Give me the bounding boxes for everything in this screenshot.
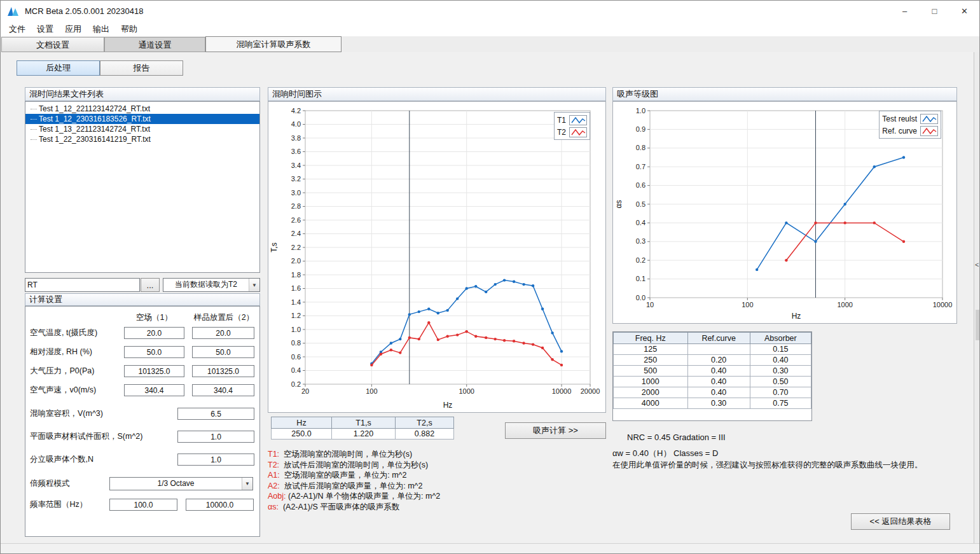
series-swatch-icon (920, 114, 938, 124)
abs-table-row[interactable]: 20000.400.70 (614, 387, 811, 398)
pressure-field-2[interactable] (192, 365, 254, 377)
svg-text:0.7: 0.7 (636, 163, 645, 170)
freq-min-input[interactable] (109, 499, 177, 511)
tree-connector-icon (31, 109, 37, 109)
return-results-button[interactable]: << 返回结果表格 (851, 513, 950, 530)
col-header-empty-room: 空场（1） (121, 312, 188, 323)
maximize-button[interactable]: □ (920, 1, 949, 22)
close-button[interactable]: ✕ (949, 1, 979, 22)
svg-text:0.3: 0.3 (636, 237, 645, 245)
svg-text:2.8: 2.8 (291, 202, 301, 210)
octave-mode-combo[interactable]: 1/3 Octave ▼ (109, 477, 253, 490)
file-list-item[interactable]: Test 1_13_221123142724_RT.txt (25, 124, 259, 134)
freq-cell: 1000 (614, 377, 688, 387)
absorber-count-label: 分立吸声体个数,N (30, 453, 93, 466)
subtab-postprocess[interactable]: 后处理 (17, 60, 100, 76)
tab-channel-settings[interactable]: 通道设置 (104, 37, 205, 52)
abs-table-row[interactable]: 5000.400.30 (614, 366, 811, 377)
svg-text:αs: αs (614, 200, 623, 209)
refcurve-cell: 0.40 (687, 387, 750, 398)
right-splitter-strip[interactable]: < (974, 52, 980, 543)
abs-table-row[interactable]: 40000.300.75 (614, 398, 811, 409)
svg-text:2.4: 2.4 (291, 230, 301, 237)
subtab-report[interactable]: 报告 (100, 60, 183, 76)
svg-text:1.2: 1.2 (291, 312, 301, 319)
freq-cell: 125 (614, 344, 688, 355)
humidity-field-1[interactable] (124, 346, 184, 358)
rt-table-header: T2,s (396, 417, 454, 429)
abs-table-row[interactable]: 2500.200.40 (614, 355, 811, 366)
svg-text:10: 10 (646, 301, 654, 308)
app-logo-icon (7, 5, 20, 18)
browse-button[interactable]: ... (141, 278, 160, 292)
octave-mode-label: 倍频程模式 (30, 477, 70, 490)
menu-help[interactable]: 帮助 (115, 22, 143, 36)
file-list-header: 混时间结果文件列表 (25, 87, 260, 101)
scrollbar-thumb[interactable] (976, 310, 979, 340)
alphaw-text: αw = 0.40（H） Classes = D (612, 448, 718, 459)
abs-table-row[interactable]: 10000.400.50 (614, 377, 811, 387)
absorber-cell: 0.70 (750, 387, 811, 398)
data-read-combo[interactable]: 当前数据读取为T2 ▼ (163, 278, 260, 292)
file-name: Test 1_12_221123142724_RT.txt (39, 104, 150, 114)
sample-area-input[interactable] (177, 431, 254, 443)
rt-t2-cell: 0.882 (396, 429, 454, 440)
air-temp-field-1[interactable] (124, 327, 184, 339)
minimize-button[interactable]: – (890, 1, 920, 22)
air-temp-field-2[interactable] (192, 327, 254, 339)
svg-text:1.6: 1.6 (291, 284, 301, 292)
rt-name-input[interactable] (25, 278, 140, 292)
menu-output[interactable]: 输出 (87, 22, 115, 36)
svg-text:0.6: 0.6 (291, 353, 301, 361)
svg-text:0.8: 0.8 (291, 339, 301, 347)
absorb-calc-button[interactable]: 吸声计算 >> (505, 422, 606, 439)
freq-max-input[interactable] (186, 499, 254, 511)
absorption-chart[interactable]: 0.00.10.20.30.40.50.60.70.80.91.01010010… (612, 101, 957, 324)
svg-text:10000: 10000 (552, 387, 572, 395)
menu-settings[interactable]: 设置 (31, 22, 59, 36)
svg-text:1000: 1000 (837, 301, 852, 308)
sound-speed-field-1[interactable] (124, 384, 184, 396)
series-swatch-icon (569, 115, 587, 125)
room-volume-input[interactable] (177, 408, 254, 420)
rt-t1-cell: 1.220 (332, 429, 396, 440)
svg-text:0.1: 0.1 (636, 275, 645, 282)
tree-connector-icon (31, 129, 37, 130)
absorption-table-container: Freq. Hz Ref.curve Absorber 1250.15 2500… (612, 331, 812, 421)
freq-cell: 250 (614, 355, 688, 366)
rt-table-header: T1,s (332, 417, 396, 429)
rt-chart[interactable]: 0.20.40.60.81.01.21.41.61.82.02.22.42.62… (268, 101, 606, 413)
svg-text:4.2: 4.2 (291, 107, 301, 114)
svg-text:100: 100 (742, 301, 753, 308)
svg-text:3.6: 3.6 (291, 148, 301, 155)
collapse-arrow-icon[interactable]: < (975, 261, 979, 268)
legend-entry: Test reulst (882, 113, 938, 125)
rt-table-row[interactable]: 250.0 1.220 0.882 (272, 429, 454, 440)
file-list-item[interactable]: Test 1_12_221123142724_RT.txt (25, 104, 259, 114)
chevron-down-icon: ▼ (242, 478, 252, 490)
abs-table-header-row: Freq. Hz Ref.curve Absorber (614, 333, 811, 344)
humidity-field-2[interactable] (192, 346, 254, 358)
file-list-item[interactable]: Test 1_22_230316141219_RT.txt (25, 134, 259, 144)
svg-text:0.0: 0.0 (636, 294, 645, 301)
absorber-cell: 0.75 (750, 398, 811, 409)
legend-entry: T1 (557, 114, 587, 126)
svg-text:1.0: 1.0 (636, 107, 645, 114)
file-list-item-selected[interactable]: Test 1_12_230316183526_RT.txt (25, 114, 259, 124)
menu-file[interactable]: 文件 (3, 22, 31, 36)
abs-table-row[interactable]: 1250.15 (614, 344, 811, 355)
rt-notes: T1: 空场混响室的混响时间，单位为秒(s) T2: 放试件后混响室的混响时间，… (268, 449, 608, 512)
tab-reverb-absorption[interactable]: 混响室计算吸声系数 (205, 36, 342, 52)
tab-document-settings[interactable]: 文档设置 (1, 37, 104, 52)
sound-speed-field-2[interactable] (192, 384, 254, 396)
menu-apply[interactable]: 应用 (59, 22, 87, 36)
nrc-text: NRC = 0.45 Gradation = III (627, 433, 726, 442)
absorber-cell: 0.50 (750, 377, 811, 387)
rt-table-header: Hz (272, 417, 332, 429)
svg-text:3.8: 3.8 (291, 134, 301, 142)
svg-text:0.4: 0.4 (636, 219, 645, 226)
absorber-count-input[interactable] (177, 454, 254, 466)
pressure-field-1[interactable] (124, 365, 184, 377)
rt-file-list: Test 1_12_221123142724_RT.txt Test 1_12_… (25, 101, 260, 273)
svg-text:3.2: 3.2 (291, 175, 301, 183)
